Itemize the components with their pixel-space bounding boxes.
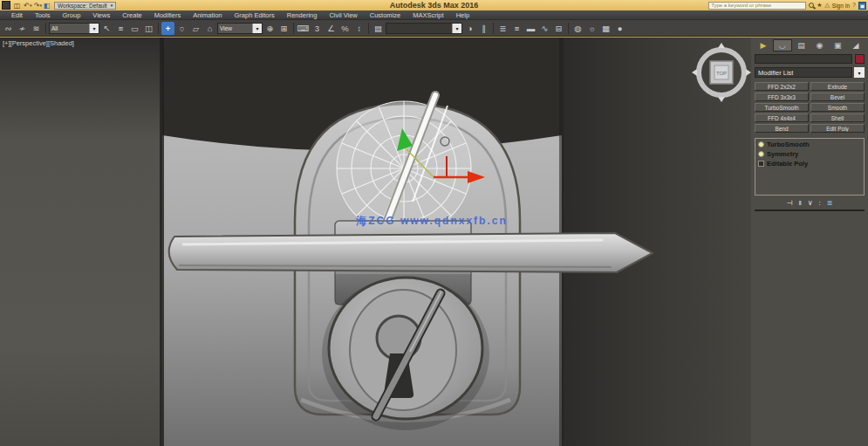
toolbar-separator (45, 23, 46, 34)
select-and-scale-icon[interactable]: ▱ (189, 22, 202, 35)
make-unique-icon[interactable]: ∨ (808, 199, 813, 207)
rendered-frame-window-icon[interactable]: ▦ (599, 22, 612, 35)
motion-tab[interactable]: ◉ (810, 39, 828, 51)
curve-editor-icon[interactable]: ∿ (538, 22, 551, 35)
window-crossing-toggle-icon[interactable]: ◫ (142, 22, 155, 35)
modifier-button[interactable]: TurboSmooth (755, 103, 809, 112)
infocenter: ★ △ Sign In ? ▣ (708, 1, 866, 10)
menu-edit[interactable]: Edit (5, 11, 29, 19)
toggle-scene-explorer-icon[interactable]: ≣ (496, 22, 509, 35)
modifier-button[interactable]: Shell (810, 113, 865, 122)
select-and-rotate-icon[interactable]: ○ (175, 22, 188, 35)
stack-item-editable-poly[interactable]: Editable Poly (756, 159, 863, 168)
named-selection-sets-dropdown[interactable]: ▾ (386, 23, 462, 34)
menu-group[interactable]: Group (56, 11, 86, 19)
menu-civil-view[interactable]: Civil View (323, 11, 363, 19)
stack-item-symmetry[interactable]: Symmetry (756, 149, 863, 159)
menu-tools[interactable]: Tools (29, 11, 57, 19)
schematic-view-icon[interactable]: ⊟ (552, 22, 565, 35)
stack-item-turbosmooth[interactable]: TurboSmooth (756, 140, 863, 149)
communication-center-icon[interactable]: ▣ (858, 2, 866, 10)
toggle-ribbon-icon[interactable]: ▬ (524, 22, 537, 35)
display-tab[interactable]: ▣ (829, 39, 846, 51)
menu-create[interactable]: Create (116, 11, 148, 19)
selection-filter-dropdown[interactable]: All ▾ (49, 23, 99, 34)
stack-toolbar: ⊣ ‖ ∨ : ≣ (755, 199, 865, 211)
infocenter-search-input[interactable] (708, 2, 806, 10)
modifier-button[interactable]: FFD 3x3x3 (755, 93, 809, 101)
hierarchy-tab[interactable]: ▤ (793, 39, 810, 51)
select-and-move-icon[interactable]: + (161, 22, 174, 35)
modifier-button[interactable]: FFD 2x2x2 (755, 82, 809, 91)
snaps-toggle-icon[interactable]: 3 (311, 22, 324, 35)
edit-named-selection-sets-icon[interactable]: ▤ (372, 22, 385, 35)
command-panel: ▶ ◡ ▤ ◉ ▣ ◢ Modifier List ▾ FFD 2x2x2 Ex… (751, 38, 868, 446)
viewport-label[interactable]: [+][Perspective][Shaded] (3, 39, 74, 47)
favorites-star-icon[interactable]: ★ (817, 1, 822, 10)
keyboard-shortcut-override-icon[interactable]: ⌨ (297, 22, 310, 35)
perspective-viewport[interactable]: [+][Perspective][Shaded] 海ZCG www.qdnxxf… (0, 38, 751, 446)
menu-modifiers[interactable]: Modifiers (148, 11, 187, 19)
object-name-field[interactable] (755, 54, 852, 64)
modifier-button[interactable]: Edit Poly (810, 124, 865, 133)
menu-bar: Edit Tools Group Views Create Modifiers … (0, 10, 868, 20)
modifier-on-off-bulb-icon[interactable] (758, 141, 764, 148)
select-by-name-icon[interactable]: ≡ (114, 22, 127, 35)
menu-graph-editors[interactable]: Graph Editors (229, 11, 281, 19)
menu-customize[interactable]: Customize (364, 11, 407, 19)
keyhole-escutcheon[interactable] (322, 277, 489, 430)
menu-animation[interactable]: Animation (187, 11, 228, 19)
menu-rendering[interactable]: Rendering (281, 11, 324, 19)
mirror-icon[interactable]: ◑ (463, 22, 476, 35)
modifier-button[interactable]: FFD 4x4x4 (755, 113, 809, 122)
percent-snap-toggle-icon[interactable]: % (338, 22, 352, 35)
material-editor-icon[interactable]: ◍ (571, 22, 584, 35)
show-end-result-icon[interactable]: ‖ (798, 199, 801, 207)
search-icon[interactable] (809, 3, 814, 8)
viewport-scene: TOP (0, 38, 751, 446)
configure-modifier-sets-icon[interactable]: ≣ (827, 199, 833, 207)
a360-icon[interactable]: △ (824, 1, 829, 10)
reference-coordinate-system-dropdown[interactable]: View ▾ (217, 23, 263, 34)
modifier-button[interactable]: Bevel (810, 93, 865, 101)
modifier-button[interactable]: Bend (755, 124, 809, 133)
modifier-list-label: Modifier List (758, 69, 793, 77)
select-and-manipulate-icon[interactable]: ⊞ (277, 22, 290, 35)
bind-to-space-warp-icon[interactable]: ≋ (30, 22, 43, 35)
modifier-button[interactable]: Extrude (810, 82, 865, 91)
select-and-link-icon[interactable]: ∾ (2, 22, 15, 35)
workspace-dropdown[interactable]: Workspace: Default ▾ (54, 2, 116, 10)
object-color-swatch[interactable] (855, 54, 865, 64)
create-tab[interactable]: ▶ (755, 39, 772, 51)
unlink-selection-icon[interactable]: ≁ (16, 22, 29, 35)
application-menu-icon[interactable] (2, 1, 10, 10)
menu-maxscript[interactable]: MAXScript (407, 11, 449, 19)
rectangular-selection-region-icon[interactable]: ▭ (128, 22, 141, 35)
pin-stack-icon[interactable]: ⊣ (786, 199, 792, 207)
render-setup-icon[interactable]: ☼ (585, 22, 598, 35)
align-icon[interactable]: ∥ (477, 22, 490, 35)
workspace-dropdown-caret: ▾ (111, 3, 113, 8)
main-toolbar: ∾ ≁ ≋ All ▾ ↖ ≡ ▭ ◫ + ○ ▱ ⌂ View ▾ ⊕ ⊞ ⌨… (0, 20, 868, 37)
modifier-list-dropdown[interactable]: Modifier List (755, 67, 852, 78)
save-icon[interactable]: ◫ (12, 1, 22, 10)
toggle-layer-explorer-icon[interactable]: ≡ (510, 22, 523, 35)
render-production-icon[interactable]: ● (613, 22, 626, 35)
select-object-icon[interactable]: ↖ (100, 22, 113, 35)
spinner-snap-toggle-icon[interactable]: ↕ (352, 22, 366, 35)
door-handle-bar[interactable] (169, 233, 653, 272)
named-selection-sets-caret: ▾ (452, 24, 461, 33)
modifier-list-caret[interactable]: ▾ (854, 67, 865, 78)
sign-in-label[interactable]: Sign In (832, 3, 850, 9)
utilities-tab[interactable]: ◢ (847, 39, 865, 51)
help-icon[interactable]: ? (852, 1, 856, 10)
menu-help[interactable]: Help (450, 11, 475, 19)
modifier-button[interactable]: Smooth (810, 103, 865, 112)
angle-snap-toggle-icon[interactable]: ∠ (325, 22, 338, 35)
menu-views[interactable]: Views (86, 11, 116, 19)
remove-modifier-icon[interactable]: : (819, 199, 821, 207)
modify-tab[interactable]: ◡ (773, 39, 792, 51)
modifier-on-off-bulb-icon[interactable] (758, 151, 764, 157)
use-pivot-point-center-icon[interactable]: ⊕ (263, 22, 277, 35)
select-and-place-icon[interactable]: ⌂ (203, 22, 216, 35)
